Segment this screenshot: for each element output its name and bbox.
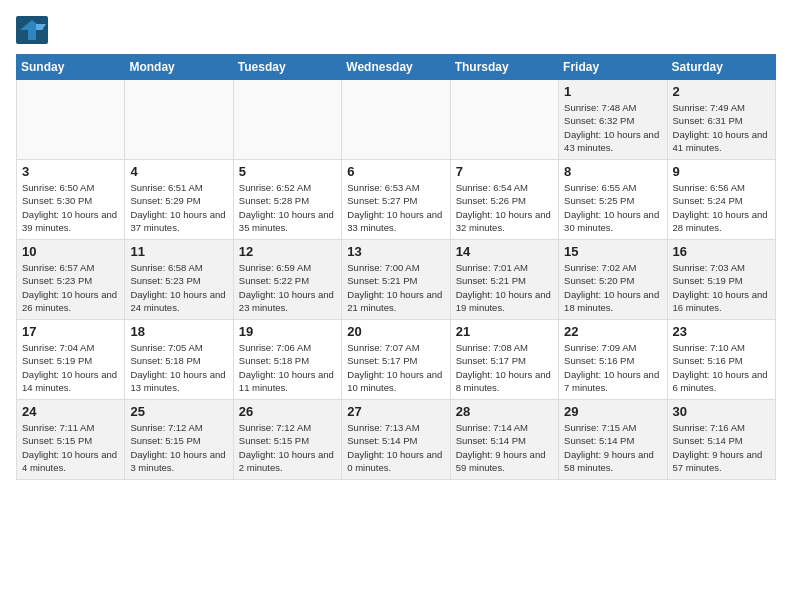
calendar-cell xyxy=(233,80,341,160)
day-number: 12 xyxy=(239,244,336,259)
day-info: Sunrise: 7:03 AM Sunset: 5:19 PM Dayligh… xyxy=(673,261,770,314)
day-info: Sunrise: 7:08 AM Sunset: 5:17 PM Dayligh… xyxy=(456,341,553,394)
day-info: Sunrise: 7:16 AM Sunset: 5:14 PM Dayligh… xyxy=(673,421,770,474)
calendar-week-row: 3Sunrise: 6:50 AM Sunset: 5:30 PM Daylig… xyxy=(17,160,776,240)
day-number: 2 xyxy=(673,84,770,99)
calendar-week-row: 24Sunrise: 7:11 AM Sunset: 5:15 PM Dayli… xyxy=(17,400,776,480)
day-info: Sunrise: 7:01 AM Sunset: 5:21 PM Dayligh… xyxy=(456,261,553,314)
weekday-header: Monday xyxy=(125,55,233,80)
calendar-cell: 15Sunrise: 7:02 AM Sunset: 5:20 PM Dayli… xyxy=(559,240,667,320)
day-info: Sunrise: 7:05 AM Sunset: 5:18 PM Dayligh… xyxy=(130,341,227,394)
calendar-week-row: 10Sunrise: 6:57 AM Sunset: 5:23 PM Dayli… xyxy=(17,240,776,320)
calendar-cell: 6Sunrise: 6:53 AM Sunset: 5:27 PM Daylig… xyxy=(342,160,450,240)
calendar-cell: 23Sunrise: 7:10 AM Sunset: 5:16 PM Dayli… xyxy=(667,320,775,400)
day-number: 14 xyxy=(456,244,553,259)
day-info: Sunrise: 7:48 AM Sunset: 6:32 PM Dayligh… xyxy=(564,101,661,154)
calendar-cell: 19Sunrise: 7:06 AM Sunset: 5:18 PM Dayli… xyxy=(233,320,341,400)
calendar-header: SundayMondayTuesdayWednesdayThursdayFrid… xyxy=(17,55,776,80)
calendar-cell: 4Sunrise: 6:51 AM Sunset: 5:29 PM Daylig… xyxy=(125,160,233,240)
calendar-cell: 2Sunrise: 7:49 AM Sunset: 6:31 PM Daylig… xyxy=(667,80,775,160)
day-number: 13 xyxy=(347,244,444,259)
calendar-cell: 8Sunrise: 6:55 AM Sunset: 5:25 PM Daylig… xyxy=(559,160,667,240)
calendar-cell: 24Sunrise: 7:11 AM Sunset: 5:15 PM Dayli… xyxy=(17,400,125,480)
day-number: 7 xyxy=(456,164,553,179)
day-number: 5 xyxy=(239,164,336,179)
calendar-cell xyxy=(17,80,125,160)
day-number: 18 xyxy=(130,324,227,339)
day-number: 6 xyxy=(347,164,444,179)
weekday-header: Saturday xyxy=(667,55,775,80)
day-number: 30 xyxy=(673,404,770,419)
calendar-cell: 26Sunrise: 7:12 AM Sunset: 5:15 PM Dayli… xyxy=(233,400,341,480)
calendar-cell xyxy=(450,80,558,160)
day-number: 17 xyxy=(22,324,119,339)
day-info: Sunrise: 7:13 AM Sunset: 5:14 PM Dayligh… xyxy=(347,421,444,474)
day-number: 4 xyxy=(130,164,227,179)
day-info: Sunrise: 7:12 AM Sunset: 5:15 PM Dayligh… xyxy=(239,421,336,474)
day-number: 8 xyxy=(564,164,661,179)
calendar-cell: 20Sunrise: 7:07 AM Sunset: 5:17 PM Dayli… xyxy=(342,320,450,400)
day-info: Sunrise: 7:12 AM Sunset: 5:15 PM Dayligh… xyxy=(130,421,227,474)
calendar-cell: 22Sunrise: 7:09 AM Sunset: 5:16 PM Dayli… xyxy=(559,320,667,400)
day-info: Sunrise: 7:15 AM Sunset: 5:14 PM Dayligh… xyxy=(564,421,661,474)
day-info: Sunrise: 6:56 AM Sunset: 5:24 PM Dayligh… xyxy=(673,181,770,234)
day-info: Sunrise: 6:50 AM Sunset: 5:30 PM Dayligh… xyxy=(22,181,119,234)
day-info: Sunrise: 6:55 AM Sunset: 5:25 PM Dayligh… xyxy=(564,181,661,234)
day-info: Sunrise: 6:51 AM Sunset: 5:29 PM Dayligh… xyxy=(130,181,227,234)
calendar-cell: 1Sunrise: 7:48 AM Sunset: 6:32 PM Daylig… xyxy=(559,80,667,160)
day-info: Sunrise: 6:58 AM Sunset: 5:23 PM Dayligh… xyxy=(130,261,227,314)
calendar-week-row: 1Sunrise: 7:48 AM Sunset: 6:32 PM Daylig… xyxy=(17,80,776,160)
day-info: Sunrise: 7:14 AM Sunset: 5:14 PM Dayligh… xyxy=(456,421,553,474)
day-info: Sunrise: 7:10 AM Sunset: 5:16 PM Dayligh… xyxy=(673,341,770,394)
weekday-header: Sunday xyxy=(17,55,125,80)
day-number: 29 xyxy=(564,404,661,419)
day-info: Sunrise: 7:04 AM Sunset: 5:19 PM Dayligh… xyxy=(22,341,119,394)
day-number: 23 xyxy=(673,324,770,339)
day-number: 27 xyxy=(347,404,444,419)
calendar-cell: 21Sunrise: 7:08 AM Sunset: 5:17 PM Dayli… xyxy=(450,320,558,400)
calendar-cell: 27Sunrise: 7:13 AM Sunset: 5:14 PM Dayli… xyxy=(342,400,450,480)
day-number: 16 xyxy=(673,244,770,259)
day-info: Sunrise: 7:49 AM Sunset: 6:31 PM Dayligh… xyxy=(673,101,770,154)
logo-icon xyxy=(16,16,48,44)
calendar-cell: 9Sunrise: 6:56 AM Sunset: 5:24 PM Daylig… xyxy=(667,160,775,240)
calendar-cell: 28Sunrise: 7:14 AM Sunset: 5:14 PM Dayli… xyxy=(450,400,558,480)
day-number: 25 xyxy=(130,404,227,419)
day-number: 19 xyxy=(239,324,336,339)
day-info: Sunrise: 6:52 AM Sunset: 5:28 PM Dayligh… xyxy=(239,181,336,234)
day-info: Sunrise: 7:00 AM Sunset: 5:21 PM Dayligh… xyxy=(347,261,444,314)
day-number: 22 xyxy=(564,324,661,339)
calendar-cell: 18Sunrise: 7:05 AM Sunset: 5:18 PM Dayli… xyxy=(125,320,233,400)
calendar-cell: 29Sunrise: 7:15 AM Sunset: 5:14 PM Dayli… xyxy=(559,400,667,480)
calendar-cell: 10Sunrise: 6:57 AM Sunset: 5:23 PM Dayli… xyxy=(17,240,125,320)
day-number: 28 xyxy=(456,404,553,419)
calendar-cell: 5Sunrise: 6:52 AM Sunset: 5:28 PM Daylig… xyxy=(233,160,341,240)
calendar-cell: 3Sunrise: 6:50 AM Sunset: 5:30 PM Daylig… xyxy=(17,160,125,240)
day-info: Sunrise: 7:02 AM Sunset: 5:20 PM Dayligh… xyxy=(564,261,661,314)
day-number: 26 xyxy=(239,404,336,419)
calendar-table: SundayMondayTuesdayWednesdayThursdayFrid… xyxy=(16,54,776,480)
calendar-cell: 30Sunrise: 7:16 AM Sunset: 5:14 PM Dayli… xyxy=(667,400,775,480)
page-header xyxy=(16,16,776,44)
calendar-cell: 7Sunrise: 6:54 AM Sunset: 5:26 PM Daylig… xyxy=(450,160,558,240)
day-number: 9 xyxy=(673,164,770,179)
calendar-cell: 16Sunrise: 7:03 AM Sunset: 5:19 PM Dayli… xyxy=(667,240,775,320)
day-number: 11 xyxy=(130,244,227,259)
calendar-cell: 11Sunrise: 6:58 AM Sunset: 5:23 PM Dayli… xyxy=(125,240,233,320)
day-number: 21 xyxy=(456,324,553,339)
day-number: 15 xyxy=(564,244,661,259)
day-info: Sunrise: 7:07 AM Sunset: 5:17 PM Dayligh… xyxy=(347,341,444,394)
calendar-cell xyxy=(342,80,450,160)
day-info: Sunrise: 7:11 AM Sunset: 5:15 PM Dayligh… xyxy=(22,421,119,474)
day-number: 20 xyxy=(347,324,444,339)
day-info: Sunrise: 6:53 AM Sunset: 5:27 PM Dayligh… xyxy=(347,181,444,234)
weekday-header: Thursday xyxy=(450,55,558,80)
logo xyxy=(16,16,52,44)
day-info: Sunrise: 6:59 AM Sunset: 5:22 PM Dayligh… xyxy=(239,261,336,314)
calendar-cell xyxy=(125,80,233,160)
day-number: 10 xyxy=(22,244,119,259)
day-info: Sunrise: 7:06 AM Sunset: 5:18 PM Dayligh… xyxy=(239,341,336,394)
day-info: Sunrise: 6:57 AM Sunset: 5:23 PM Dayligh… xyxy=(22,261,119,314)
calendar-week-row: 17Sunrise: 7:04 AM Sunset: 5:19 PM Dayli… xyxy=(17,320,776,400)
weekday-header: Tuesday xyxy=(233,55,341,80)
